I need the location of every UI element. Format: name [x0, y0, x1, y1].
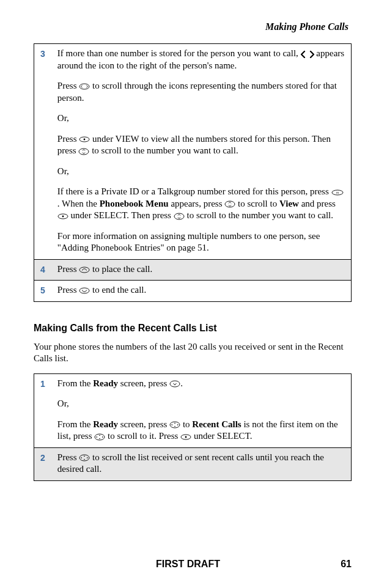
step-content: Press to end the call.: [51, 281, 352, 302]
text: If there is a Private ID or a Talkgroup …: [57, 186, 331, 196]
page-header: Making Phone Calls: [34, 21, 352, 32]
bold-text: Ready: [93, 378, 118, 388]
end-key-icon: [79, 287, 90, 294]
step-content: If more than one number is stored for th…: [51, 44, 352, 260]
text: to end the call.: [90, 285, 146, 295]
text: and press: [299, 199, 336, 208]
nav-all-icon: [94, 433, 105, 441]
nav-ud-icon: [78, 148, 89, 155]
text: Press: [57, 285, 79, 295]
svg-point-8: [62, 215, 64, 217]
nav-down-icon: [169, 380, 180, 388]
svg-point-10: [79, 267, 89, 273]
step-num: 5: [34, 281, 51, 302]
text: to scroll to: [235, 199, 279, 208]
svg-point-2: [84, 139, 86, 141]
text: to scroll to it. Press: [105, 431, 180, 441]
text: . When the: [57, 199, 100, 208]
bold-text: Recent Calls: [192, 419, 241, 429]
svg-text:m: m: [336, 191, 338, 194]
text: screen, press: [118, 378, 169, 388]
text: Press: [57, 134, 79, 144]
menu-key-icon: m: [331, 189, 344, 196]
text: Press: [57, 452, 79, 462]
svg-point-11: [79, 288, 89, 293]
step-content: From the Ready screen, press . Or, From …: [51, 373, 352, 447]
arrows-icon: [301, 51, 314, 58]
svg-point-12: [170, 381, 180, 387]
step-para: If there is a Private ID or a Talkgroup …: [57, 186, 345, 222]
text: to scroll to the number you want to call…: [89, 145, 238, 155]
step-para: For more information on assigning multip…: [57, 230, 345, 254]
step-para: From the Ready screen, press .: [57, 378, 345, 390]
nav-lr-icon: [79, 83, 90, 90]
or-text: Or,: [57, 166, 345, 178]
step-row-5: 5 Press to end the call.: [34, 281, 352, 302]
text: to scroll through the icons representing…: [57, 81, 337, 103]
step-para: Press under VIEW to view all the numbers…: [57, 133, 345, 157]
text: under SELECT. Then press: [68, 210, 174, 220]
step-para: Press to scroll through the icons repres…: [57, 80, 345, 104]
text: to place the call.: [90, 264, 152, 274]
text: to: [180, 419, 192, 429]
step-num: 1: [34, 373, 51, 447]
text: From the: [57, 378, 93, 388]
or-text: Or,: [57, 112, 345, 125]
step-num: 4: [34, 259, 51, 281]
text: appears, press: [169, 199, 225, 208]
step-row-3: 3 If more than one number is stored for …: [34, 44, 352, 260]
softkey-icon: [57, 213, 68, 219]
text: screen, press: [118, 419, 169, 429]
step-content: Press to place the call.: [51, 259, 352, 281]
nav-ud-icon: [174, 213, 185, 220]
text: From the: [57, 419, 93, 429]
step-row-4: 4 Press to place the call.: [34, 259, 352, 281]
nav-all-icon: [79, 454, 90, 461]
footer-text: FIRST DRAFT: [0, 559, 376, 570]
text: Press: [57, 81, 79, 90]
text: to scroll the list received or sent rece…: [57, 452, 324, 474]
text: .: [180, 378, 183, 388]
text: to scroll to the number you want to call…: [185, 210, 333, 220]
subheading: Making Calls from the Recent Calls List: [34, 323, 352, 334]
text: Press: [57, 264, 79, 274]
steps-table-2: 1 From the Ready screen, press . Or, Fro…: [34, 373, 352, 481]
step-content: Press to scroll the list received or sen…: [51, 447, 352, 480]
step-num: 2: [34, 447, 51, 480]
intro-text: Your phone stores the numbers of the las…: [34, 341, 352, 365]
nav-ud-icon: [224, 200, 235, 208]
step-para: If more than one number is stored for th…: [57, 48, 345, 72]
bold-text: Ready: [93, 419, 118, 429]
send-key-icon: [79, 266, 90, 273]
text: under SELECT.: [191, 431, 252, 441]
softkey-icon: [79, 136, 90, 142]
nav-all-icon: [169, 421, 180, 428]
step-num: 3: [34, 44, 51, 260]
svg-point-16: [185, 436, 187, 438]
or-text: Or,: [57, 398, 345, 410]
page-number: 61: [341, 559, 352, 570]
step-row-2: 2 Press to scroll the list received or s…: [34, 447, 352, 480]
bold-text: Phonebook Menu: [100, 199, 169, 208]
text: If more than one number is stored for th…: [57, 48, 301, 58]
softkey-icon: [180, 434, 191, 440]
bold-text: View: [279, 199, 299, 208]
steps-table-1: 3 If more than one number is stored for …: [34, 43, 352, 302]
step-para: From the Ready screen, press to Recent C…: [57, 419, 345, 443]
step-row-1: 1 From the Ready screen, press . Or, Fro…: [34, 373, 352, 447]
